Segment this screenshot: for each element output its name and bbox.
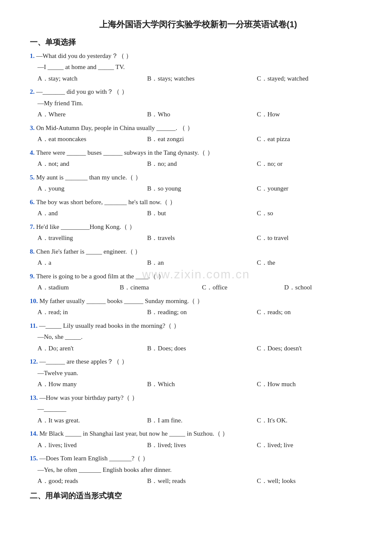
option-item[interactable]: A．young	[37, 183, 147, 194]
option-item[interactable]: B．reading; on	[147, 307, 257, 318]
option-item[interactable]: B．lived; lives	[147, 440, 257, 451]
question-number: 9.	[30, 273, 36, 280]
options-row: A．andB．butC．so	[37, 208, 366, 219]
question-line: 15. —Does Tom learn English _______?（ ）	[30, 453, 366, 464]
question-block: 6. The boy was short before, _______ he'…	[30, 197, 366, 219]
question-number: 2.	[30, 88, 36, 95]
option-item[interactable]: B．Who	[147, 109, 257, 120]
option-item[interactable]: B．an	[147, 257, 257, 269]
option-item[interactable]: A．travelling	[37, 233, 147, 244]
options-row: A．Do; aren'tB．Does; doesC．Does; doesn't	[37, 343, 366, 354]
section2-title: 二、用单词的适当形式填空	[30, 489, 366, 503]
option-item[interactable]: B．Does; does	[147, 343, 257, 354]
option-item[interactable]: A．a	[37, 257, 147, 269]
option-item[interactable]: B．Which	[147, 379, 257, 390]
option-item[interactable]: B．travels	[147, 233, 257, 244]
question-block: 4. There were ______ buses ______ subway…	[30, 147, 366, 170]
option-item[interactable]: A．good; reads	[37, 476, 147, 487]
option-item[interactable]: B．no; and	[147, 159, 257, 170]
option-item[interactable]: C．Does; doesn't	[257, 343, 366, 354]
option-item[interactable]: C．well; looks	[257, 476, 366, 487]
question-line: —I _____ at home and _____ TV.	[37, 62, 366, 73]
options-row: A．travellingB．travelsC．to travel	[37, 233, 366, 244]
question-line: 8. Chen Jie's father is _____ engineer.（…	[30, 246, 366, 257]
option-item[interactable]: B．I am fine.	[147, 415, 257, 426]
question-block: 8. Chen Jie's father is _____ engineer.（…	[30, 246, 366, 269]
question-block: 7. He'd like _________Hong Kong.（ ）A．tra…	[30, 222, 366, 244]
question-number: 5.	[30, 174, 36, 181]
option-item[interactable]: B．but	[147, 208, 257, 219]
question-line: 9. There is going to be a good film at t…	[30, 271, 366, 282]
option-item[interactable]: C．the	[257, 257, 366, 269]
question-line: —My friend Tim.	[37, 98, 366, 109]
question-line: —Yes, he often _______ English books aft…	[37, 465, 366, 476]
question-number: 4.	[30, 149, 36, 156]
question-block: 1. —What did you do yesterday？（ ）—I ____…	[30, 51, 366, 84]
option-item[interactable]: C．How much	[257, 379, 366, 390]
question-number: 14.	[30, 430, 40, 437]
option-item[interactable]: B．so young	[147, 183, 257, 194]
option-item[interactable]: C．so	[257, 208, 366, 219]
question-line: 14. Mr Black _____ in Shanghai last year…	[30, 428, 366, 439]
option-item[interactable]: C．How	[257, 109, 366, 120]
option-item[interactable]: A．Do; aren't	[37, 343, 147, 354]
options-row: A．read; inB．reading; onC．reads; on	[37, 307, 366, 318]
option-item[interactable]: A．stay; watch	[37, 73, 147, 84]
options-row: A．not; andB．no; andC．no; or	[37, 159, 366, 170]
question-line: 13. —How was your birthday party?（ ）	[30, 393, 366, 404]
question-number: 1.	[30, 52, 36, 59]
question-block: 2. —_______ did you go with？（ ）—My frien…	[30, 87, 366, 120]
question-block: 9. There is going to be a good film at t…	[30, 271, 366, 293]
question-line: 10. My father usually ______ books _____…	[30, 296, 366, 307]
option-item[interactable]: A．stadium	[37, 282, 120, 293]
question-line: —No, she _____.	[37, 332, 366, 343]
question-line: 1. —What did you do yesterday？（ ）	[30, 51, 366, 62]
option-item[interactable]: A．It was great.	[37, 415, 147, 426]
option-item[interactable]: B．stays; watches	[147, 73, 257, 84]
question-line: 12. —______ are these apples？（ ）	[30, 356, 366, 367]
option-item[interactable]: D．school	[284, 282, 366, 293]
question-line: 5. My aunt is _______ than my uncle.（ ）	[30, 172, 366, 183]
option-item[interactable]: C．reads; on	[257, 307, 366, 318]
question-line: 6. The boy was short before, _______ he'…	[30, 197, 366, 208]
question-line: 7. He'd like _________Hong Kong.（ ）	[30, 222, 366, 233]
option-item[interactable]: A．How many	[37, 379, 147, 390]
option-item[interactable]: A．Where	[37, 109, 147, 120]
option-item[interactable]: C．office	[202, 282, 284, 293]
option-item[interactable]: B．eat zongzi	[147, 134, 257, 145]
options-row: A．lives; livedB．lived; livesC．lived; liv…	[37, 440, 366, 451]
question-number: 11.	[30, 322, 39, 329]
option-item[interactable]: B．cinema	[120, 282, 202, 293]
question-line: 11. —_____ Lily usually read books in th…	[30, 321, 366, 332]
section1-title: 一、单项选择	[30, 36, 366, 49]
options-row: A．It was great.B．I am fine.C．It's OK.	[37, 415, 366, 426]
options-row: A．stadiumB．cinemaC．officeD．school	[37, 282, 366, 293]
option-item[interactable]: C．stayed; watched	[257, 73, 366, 84]
question-block: 3. On Mid-Autumn Day, people in China us…	[30, 123, 366, 145]
options-row: A．How manyB．WhichC．How much	[37, 379, 366, 390]
options-row: A．aB．anC．the	[37, 257, 366, 269]
option-item[interactable]: C．eat pizza	[257, 134, 366, 145]
option-item[interactable]: A．read; in	[37, 307, 147, 318]
question-line: 3. On Mid-Autumn Day, people in China us…	[30, 123, 366, 134]
question-block: 14. Mr Black _____ in Shanghai last year…	[30, 428, 366, 451]
question-number: 13.	[30, 394, 40, 401]
question-line: 4. There were ______ buses ______ subway…	[30, 147, 366, 159]
question-block: 11. —_____ Lily usually read books in th…	[30, 321, 366, 354]
option-item[interactable]: C．lived; live	[257, 440, 366, 451]
question-number: 10.	[30, 298, 40, 304]
question-number: 15.	[30, 455, 40, 462]
option-item[interactable]: C．no; or	[257, 159, 366, 170]
option-item[interactable]: C．younger	[257, 183, 366, 194]
option-item[interactable]: A．and	[37, 208, 147, 219]
option-item[interactable]: A．not; and	[37, 159, 147, 170]
question-block: 15. —Does Tom learn English _______?（ ）—…	[30, 453, 366, 487]
option-item[interactable]: A．eat mooncakes	[37, 134, 147, 145]
options-row: A．youngB．so youngC．younger	[37, 183, 366, 194]
option-item[interactable]: C．to travel	[257, 233, 366, 244]
options-row: A．stay; watchB．stays; watchesC．stayed; w…	[37, 73, 366, 84]
option-item[interactable]: C．It's OK.	[257, 415, 366, 426]
option-item[interactable]: A．lives; lived	[37, 440, 147, 451]
option-item[interactable]: B．well; reads	[147, 476, 257, 487]
question-line: 2. —_______ did you go with？（ ）	[30, 87, 366, 98]
